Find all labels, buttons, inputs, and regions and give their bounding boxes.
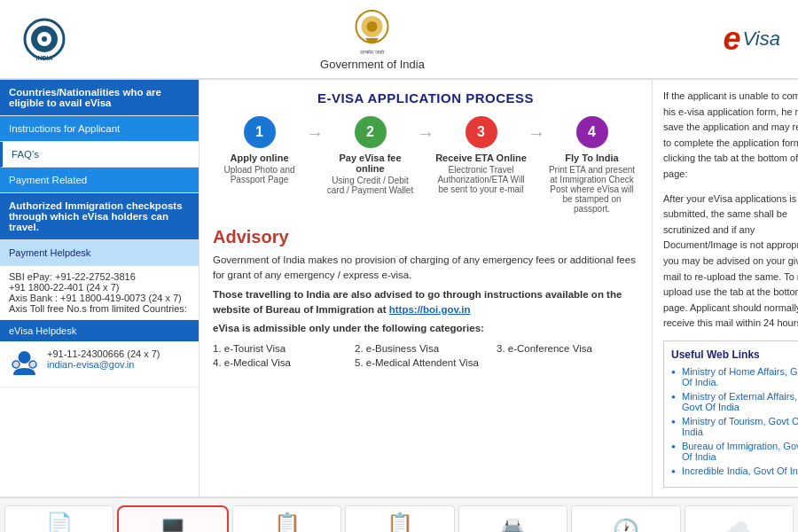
useful-link-2[interactable]: Ministry of External Affairs, Govt Of In… <box>671 391 798 412</box>
evisa-e-letter: e <box>724 20 741 58</box>
step-circle-1: 1 <box>244 116 276 148</box>
process-title: E-VISA APPLICATION PROCESS <box>213 90 638 106</box>
advisory-link[interactable]: https://boi.gov.in <box>389 304 471 315</box>
visa-categories: 1. e-Tourist Visa 2. e-Business Visa 3. … <box>213 343 638 368</box>
step-circle-2: 2 <box>355 116 387 148</box>
useful-link-4[interactable]: Bureau of Immigration, Govt Of India <box>671 441 798 462</box>
government-emblem: सत्यमेव जयते <box>348 7 396 56</box>
step-desc-1: Upload Photo and Passport Page <box>213 165 306 184</box>
useful-link-5[interactable]: Incredible India, Govt Of India <box>671 466 798 476</box>
tab-reupload[interactable]: ☁️ Reupload Data <box>685 505 794 532</box>
visa-cat-row-1: 1. e-Tourist Visa 2. e-Business Visa 3. … <box>213 343 638 354</box>
step-arrow-3: → <box>528 116 545 144</box>
svg-point-7 <box>367 21 378 32</box>
advisory-title: Advisory <box>213 227 638 247</box>
tab-check[interactable]: 🕐 Check your Visa Status <box>571 505 680 532</box>
svg-point-11 <box>29 361 36 368</box>
gov-india-text: Government of India <box>320 58 425 71</box>
process-steps: 1 Apply online Upload Photo and Passport… <box>213 116 638 214</box>
tab-sample[interactable]: 📄 Sample e-Visa Application <box>4 505 113 532</box>
advisory-line3: eVisa is admissible only under the follo… <box>213 321 638 336</box>
step-circle-4: 4 <box>576 116 608 148</box>
right-panel: If the applicant is unable to complete h… <box>653 80 798 497</box>
sidebar-item-payment-helpdesk: Payment Helpdesk <box>0 240 199 266</box>
step-arrow-1: → <box>306 116 324 144</box>
middle-content: E-VISA APPLICATION PROCESS 1 Apply onlin… <box>200 80 653 497</box>
header-center: सत्यमेव जयते Government of India <box>320 7 425 71</box>
process-step-1: 1 Apply online Upload Photo and Passport… <box>213 116 306 184</box>
tab-sample-icon: 📄 <box>46 512 73 532</box>
tab-apply[interactable]: 🖥️ Apply here for e-visa <box>117 505 228 532</box>
main-content: Countries/Nationalities who are eligible… <box>0 80 798 497</box>
tab-complete-icon: 📋 <box>274 512 301 532</box>
advisory-line1: Government of India makes no provision o… <box>213 253 638 284</box>
sidebar-item-faq[interactable]: FAQ's <box>0 142 199 168</box>
header: INDIA सत्यमेव जयते Government of India e… <box>0 0 798 80</box>
helpdesk-contact-info: +91-11-24300666 (24 x 7) indian-evisa@go… <box>47 348 160 370</box>
svg-text:INDIA: INDIA <box>35 55 52 61</box>
sidebar-item-payment-related[interactable]: Payment Related <box>0 168 199 193</box>
evisa-logo-container: e Visa <box>674 17 780 61</box>
advisory-line2: Those travelling to India are also advis… <box>213 287 638 318</box>
step-label-4: Fly To India <box>565 153 618 163</box>
sidebar-payment-info: SBI ePay: +91-22-2752-3816 +91 1800-22-4… <box>0 266 199 320</box>
tab-complete[interactable]: 📋 Complete Partially Filled Application … <box>232 505 341 532</box>
useful-links-box: Useful Web Links Ministry of Home Affair… <box>663 340 798 488</box>
step-desc-4: Print ETA and present at Immigration Che… <box>545 165 638 214</box>
ashoka-chakra-logo: INDIA <box>19 16 70 62</box>
process-step-3: 3 Receive ETA Online Electronic Travel A… <box>434 116 528 194</box>
useful-link-3[interactable]: Ministry of Tourism, Govt Of India <box>671 416 798 437</box>
tab-apply-icon: 🖥️ <box>160 518 186 532</box>
useful-links-list: Ministry of Home Affairs, Govt. Of India… <box>671 366 798 476</box>
sidebar: Countries/Nationalities who are eligible… <box>0 80 200 497</box>
step-desc-3: Electronic Travel Authorization/ETA Will… <box>434 165 528 194</box>
evisa-visa-text: Visa <box>743 27 780 51</box>
step-label-1: Apply online <box>231 153 289 163</box>
tab-verify[interactable]: 📋 Verify Payment/ Pay e-Visa Fee <box>345 505 454 532</box>
step-circle-3: 3 <box>466 116 497 148</box>
right-panel-text2: After your eVisa applications is submitt… <box>663 192 798 332</box>
sidebar-helpdesk-content: +91-11-24300666 (24 x 7) indian-evisa@go… <box>0 341 199 387</box>
svg-point-10 <box>12 361 20 368</box>
right-panel-text1: If the applicant is unable to complete h… <box>663 89 798 183</box>
tab-check-icon: 🕐 <box>613 518 639 532</box>
step-label-3: Receive ETA Online <box>435 153 527 163</box>
evisa-logo: e Visa <box>724 20 780 58</box>
svg-text:सत्यमेव जयते: सत्यमेव जयते <box>360 49 386 55</box>
sidebar-evisa-helpdesk-label: eVisa Helpdesk <box>0 320 199 341</box>
step-desc-2: Using Credit / Debit card / Payment Wall… <box>324 176 417 195</box>
bottom-tabs: 📄 Sample e-Visa Application 🖥️ Apply her… <box>0 497 798 532</box>
useful-link-1[interactable]: Ministry of Home Affairs, Govt. Of India… <box>671 366 798 387</box>
helpdesk-agent-icon <box>9 348 40 379</box>
svg-point-3 <box>42 36 47 42</box>
tab-print[interactable]: 🖨️ Print e-Visa Application <box>458 505 567 532</box>
step-label-2: Pay eVisa fee online <box>324 153 417 174</box>
process-step-2: 2 Pay eVisa fee online Using Credit / De… <box>324 116 417 195</box>
sidebar-item-instructions[interactable]: Instructions for Applicant <box>0 116 199 142</box>
useful-links-title: Useful Web Links <box>671 348 798 361</box>
tab-print-icon: 🖨️ <box>499 518 526 532</box>
sidebar-item-countries[interactable]: Countries/Nationalities who are eligible… <box>0 80 199 116</box>
svg-point-9 <box>19 351 31 364</box>
sidebar-item-immigration[interactable]: Authorized Immigration checkposts throug… <box>0 193 199 240</box>
tab-reupload-icon: ☁️ <box>725 518 752 532</box>
tab-verify-icon: 📋 <box>387 512 413 532</box>
visa-cat-row-2: 4. e-Medical Visa 5. e-Medical Attendent… <box>213 357 638 368</box>
process-step-4: 4 Fly To India Print ETA and present at … <box>545 116 638 214</box>
step-arrow-2: → <box>417 116 434 144</box>
left-logo: INDIA <box>18 15 71 64</box>
